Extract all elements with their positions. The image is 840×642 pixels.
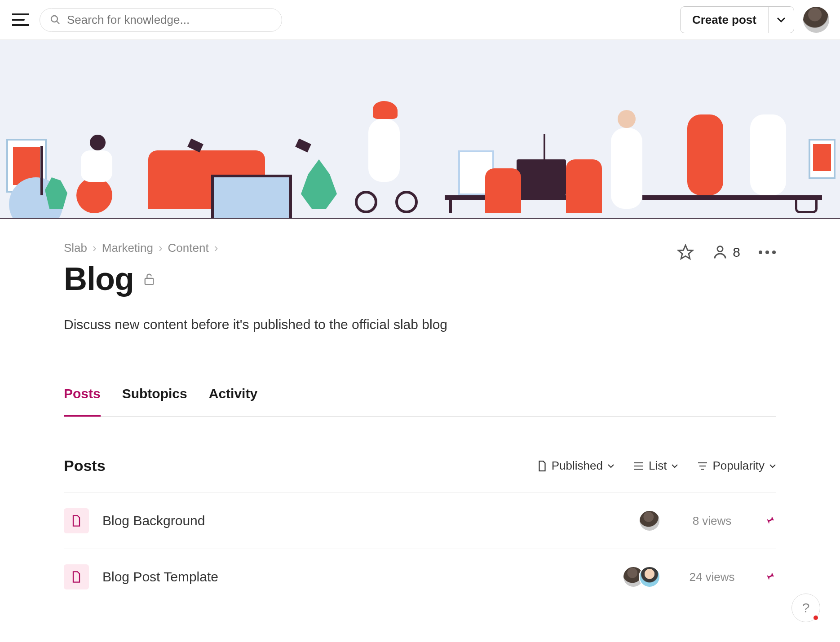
post-authors — [623, 566, 660, 588]
chevron-down-icon — [607, 464, 615, 468]
document-badge — [64, 564, 89, 589]
document-badge — [64, 508, 89, 533]
document-icon — [71, 571, 82, 583]
chevron-down-icon — [777, 17, 786, 23]
posts-heading: Posts — [64, 457, 537, 475]
filter-view-label: List — [649, 459, 667, 473]
notification-dot — [813, 616, 818, 620]
menu-button[interactable] — [11, 10, 31, 30]
list-icon — [633, 462, 644, 471]
hamburger-icon — [12, 13, 29, 26]
chevron-down-icon — [769, 464, 776, 468]
svg-point-9 — [765, 251, 769, 254]
post-title[interactable]: Blog Post Template — [102, 569, 609, 585]
breadcrumb: Slab › Marketing › Content › — [64, 241, 663, 255]
post-row[interactable]: Blog Post Template 24 views — [64, 549, 776, 605]
filter-sort[interactable]: Popularity — [697, 459, 776, 473]
members-button[interactable]: 8 — [712, 244, 740, 260]
document-icon — [71, 514, 82, 527]
document-icon — [537, 460, 547, 472]
search-field[interactable] — [40, 8, 282, 32]
filter-status[interactable]: Published — [537, 459, 615, 473]
pin-button[interactable] — [764, 570, 776, 584]
post-title[interactable]: Blog Background — [102, 513, 625, 528]
user-icon — [712, 244, 728, 260]
filter-status-label: Published — [552, 459, 603, 473]
user-avatar[interactable] — [803, 7, 829, 33]
filter-view[interactable]: List — [633, 459, 678, 473]
breadcrumb-separator: › — [93, 241, 97, 255]
tab-subtopics[interactable]: Subtopics — [122, 386, 187, 417]
tab-activity[interactable]: Activity — [209, 386, 257, 417]
tab-posts[interactable]: Posts — [64, 386, 101, 417]
help-label: ? — [802, 600, 810, 616]
author-avatar[interactable] — [639, 510, 660, 532]
page-actions: 8 — [677, 241, 776, 261]
pin-icon — [764, 514, 775, 526]
unlock-icon — [143, 272, 155, 286]
create-post-dropdown[interactable] — [769, 17, 794, 23]
svg-point-8 — [759, 251, 762, 254]
search-input[interactable] — [67, 13, 272, 27]
breadcrumb-item[interactable]: Slab — [64, 241, 87, 255]
breadcrumb-item[interactable]: Marketing — [102, 241, 153, 255]
svg-rect-5 — [145, 278, 153, 285]
star-icon — [677, 244, 694, 261]
member-count: 8 — [733, 245, 740, 260]
svg-point-10 — [772, 251, 776, 254]
app-header: Create post — [0, 0, 840, 40]
svg-line-4 — [57, 22, 60, 24]
pin-icon — [764, 570, 775, 582]
create-post-label: Create post — [681, 13, 768, 27]
more-horizontal-icon — [758, 250, 776, 255]
svg-point-3 — [51, 16, 57, 22]
author-avatar[interactable] — [639, 566, 660, 588]
breadcrumb-separator: › — [159, 241, 163, 255]
sort-icon — [697, 462, 708, 471]
post-authors — [639, 510, 660, 532]
tabs: Posts Subtopics Activity — [64, 386, 776, 417]
svg-marker-6 — [678, 245, 693, 259]
pin-button[interactable] — [764, 514, 776, 528]
post-views: 8 views — [674, 514, 750, 528]
breadcrumb-separator: › — [214, 241, 218, 255]
filter-sort-label: Popularity — [712, 459, 765, 473]
page-title: Blog — [64, 260, 134, 297]
search-icon — [50, 14, 61, 26]
page-description: Discuss new content before it's publishe… — [64, 317, 776, 332]
svg-point-7 — [717, 246, 723, 252]
post-views: 24 views — [674, 570, 750, 584]
help-button[interactable]: ? — [791, 594, 820, 622]
posts-section: Posts Published List — [64, 457, 776, 605]
breadcrumb-item[interactable]: Content — [168, 241, 209, 255]
create-post-button[interactable]: Create post — [680, 6, 794, 33]
more-button[interactable] — [758, 250, 776, 255]
page-content: Slab › Marketing › Content › Blog — [22, 219, 818, 605]
favorite-button[interactable] — [677, 244, 694, 261]
hero-banner — [0, 40, 840, 219]
post-list: Blog Background 8 views Blog Post — [64, 492, 776, 605]
chevron-down-icon — [671, 464, 678, 468]
post-row[interactable]: Blog Background 8 views — [64, 492, 776, 549]
